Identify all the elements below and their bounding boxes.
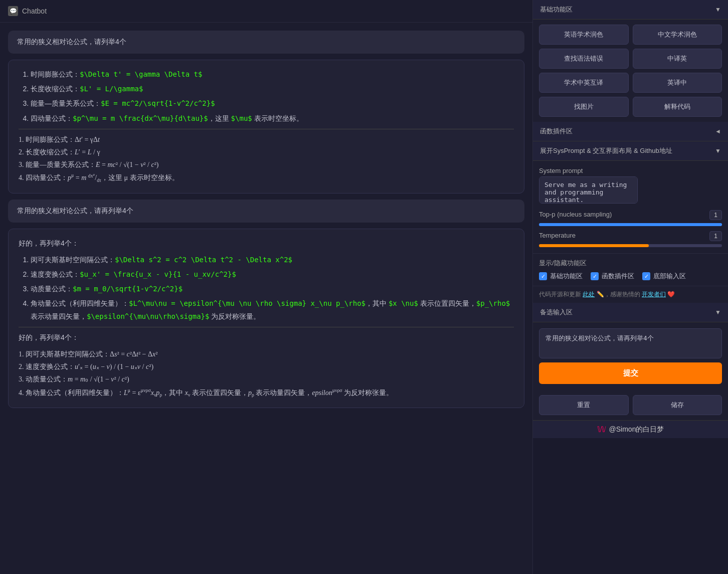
checkbox-func[interactable]: ✓ 函数插件区	[591, 272, 634, 281]
sysprompt-content: System prompt Serve me as a writing and …	[533, 161, 728, 253]
alt-input-title: 备选输入区	[540, 308, 573, 317]
checkbox-func-label: 函数插件区	[602, 272, 634, 281]
visibility-title: 显示/隐藏功能区	[539, 259, 722, 268]
btn-chinese-polish[interactable]: 中文学术润色	[633, 25, 722, 45]
chat-panel: 💬 Chatbot 常用的狭义相对论公式，请列举4个 时间膨胀公式：$\Delt…	[0, 0, 532, 574]
alt-input-header[interactable]: 备选输入区 ▼	[533, 303, 728, 322]
chatbot-title: Chatbot	[22, 7, 47, 15]
btn-grammar-check[interactable]: 查找语法错误	[539, 49, 629, 69]
chatbot-icon: 💬	[8, 6, 18, 16]
alt-input-content: 常用的狭义相对论公式，请再列举4个 提交	[533, 322, 728, 390]
top-p-fill	[539, 223, 722, 226]
developers-link[interactable]: 开发者们	[642, 291, 666, 298]
alt-input-chevron: ▼	[715, 309, 721, 316]
assistant-message-1: 时间膨胀公式：$\Delta t' = \gamma \Delta t$ 长度收…	[8, 60, 524, 194]
chat-area: 常用的狭义相对论公式，请列举4个 时间膨胀公式：$\Delta t' = \ga…	[0, 23, 532, 574]
btn-explain-code[interactable]: 解释代码	[633, 97, 722, 117]
basic-section-chevron: ▼	[715, 6, 721, 13]
watermark-text: @Simon的白日梦	[609, 425, 664, 434]
checkbox-bottom-label: 底部输入区	[653, 272, 686, 281]
temperature-track[interactable]	[539, 244, 722, 247]
func-section-title: 函数插件区	[540, 127, 573, 136]
btn-cn-to-en[interactable]: 中译英	[633, 49, 722, 69]
basic-section-content: 英语学术润色 中文学术润色 查找语法错误 中译英 学术中英互译 英译中 找图片 …	[533, 20, 728, 122]
top-p-label: Top-p (nucleus sampling)	[539, 211, 612, 218]
sysprompt-section-title: 展开SysPrompt & 交互界面布局 & Github地址	[540, 146, 672, 155]
sysprompt-section-header[interactable]: 展开SysPrompt & 交互界面布局 & Github地址 ▼	[533, 141, 728, 161]
temperature-label: Temperature	[539, 232, 576, 239]
alt-input-field[interactable]: 常用的狭义相对论公式，请再列举4个	[539, 328, 722, 358]
system-prompt-label: System prompt	[539, 167, 722, 174]
basic-btn-row-1: 英语学术润色 中文学术润色	[539, 25, 722, 45]
btn-english-polish[interactable]: 英语学术润色	[539, 25, 629, 45]
btn-find-image[interactable]: 找图片	[539, 97, 629, 117]
checkbox-bottom-box: ✓	[642, 272, 650, 280]
top-p-value: 1	[709, 210, 722, 220]
weibo-icon: 𝕎	[597, 425, 606, 434]
user-message-2: 常用的狭义相对论公式，请再列举4个	[8, 200, 524, 223]
right-panel: 基础功能区 ▼ 英语学术润色 中文学术润色 查找语法错误 中译英 学术中英互译 …	[532, 0, 728, 574]
basic-section-title: 基础功能区	[540, 5, 573, 14]
func-section-chevron: ◄	[715, 128, 721, 135]
temperature-row: Temperature 1	[539, 231, 722, 247]
source-link[interactable]: 此处	[583, 291, 595, 298]
basic-section-header[interactable]: 基础功能区 ▼	[533, 0, 728, 20]
watermark-bar: 𝕎 @Simon的白日梦	[533, 420, 728, 438]
basic-btn-row-4: 找图片 解释代码	[539, 97, 722, 117]
checkbox-row: ✓ 基础功能区 ✓ 函数插件区 ✓ 底部输入区	[539, 272, 722, 281]
chat-header: 💬 Chatbot	[0, 0, 532, 23]
top-p-row: Top-p (nucleus sampling) 1	[539, 210, 722, 226]
visibility-section: 显示/隐藏功能区 ✓ 基础功能区 ✓ 函数插件区 ✓ 底部输入区	[533, 253, 728, 286]
basic-btn-row-3: 学术中英互译 英译中	[539, 73, 722, 93]
func-section-header[interactable]: 函数插件区 ◄	[533, 122, 728, 141]
checkbox-basic[interactable]: ✓ 基础功能区	[539, 272, 583, 281]
checkbox-basic-box: ✓	[539, 272, 547, 280]
top-p-track[interactable]	[539, 223, 722, 226]
btn-academic-translate[interactable]: 学术中英互译	[539, 73, 629, 93]
submit-button[interactable]: 提交	[539, 362, 722, 384]
temperature-fill	[539, 244, 649, 247]
assistant-message-2: 好的，再列举4个： 闵可夫斯基时空间隔公式：$\Delta s^2 = c^2 …	[8, 229, 524, 408]
source-row: 代码开源和更新 此处 ✏️，感谢热情的 开发者们 ❤️	[533, 286, 728, 303]
save-button[interactable]: 储存	[633, 395, 722, 415]
checkbox-bottom[interactable]: ✓ 底部输入区	[642, 272, 686, 281]
basic-btn-row-2: 查找语法错误 中译英	[539, 49, 722, 69]
user-message-1: 常用的狭义相对论公式，请列举4个	[8, 31, 524, 54]
temperature-value: 1	[709, 231, 722, 241]
sysprompt-section-chevron: ▼	[715, 147, 721, 154]
system-prompt-input[interactable]: Serve me as a writing and programming as…	[539, 176, 638, 204]
btn-en-to-cn[interactable]: 英译中	[633, 73, 722, 93]
checkbox-func-box: ✓	[591, 272, 599, 280]
checkbox-basic-label: 基础功能区	[550, 272, 583, 281]
reset-button[interactable]: 重置	[539, 395, 629, 415]
bottom-buttons: 重置 储存	[533, 390, 728, 420]
